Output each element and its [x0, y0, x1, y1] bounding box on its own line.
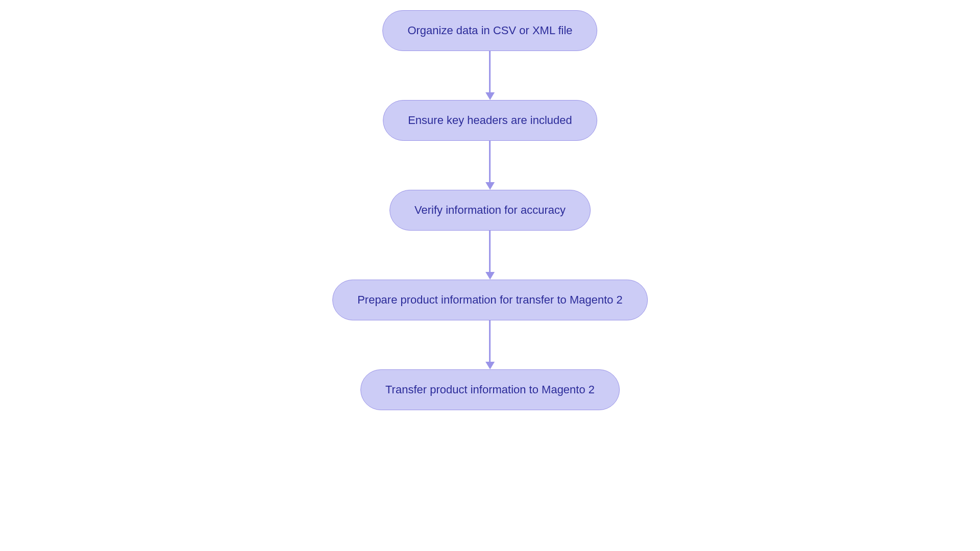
arrow-head-icon	[485, 92, 495, 100]
node-label: Organize data in CSV or XML file	[407, 24, 572, 37]
flow-node-key-headers: Ensure key headers are included	[383, 100, 597, 141]
arrow-head-icon	[485, 272, 495, 280]
node-label: Prepare product information for transfer…	[357, 293, 623, 307]
node-label: Verify information for accuracy	[414, 204, 566, 217]
arrow-down-icon	[485, 141, 495, 190]
arrow-down-icon	[485, 231, 495, 280]
flowchart-container: Organize data in CSV or XML file Ensure …	[332, 10, 648, 410]
arrow-line	[489, 51, 491, 93]
arrow-line	[489, 141, 491, 183]
arrow-line	[489, 320, 491, 362]
flow-node-transfer: Transfer product information to Magento …	[360, 369, 620, 410]
arrow-down-icon	[485, 320, 495, 369]
node-label: Ensure key headers are included	[408, 114, 572, 127]
flow-node-prepare-transfer: Prepare product information for transfer…	[332, 280, 648, 320]
arrow-head-icon	[485, 182, 495, 190]
arrow-head-icon	[485, 362, 495, 369]
flow-node-verify-accuracy: Verify information for accuracy	[389, 190, 591, 231]
node-label: Transfer product information to Magento …	[385, 383, 595, 396]
flow-node-organize-data: Organize data in CSV or XML file	[382, 10, 597, 51]
arrow-down-icon	[485, 51, 495, 100]
arrow-line	[489, 231, 491, 272]
